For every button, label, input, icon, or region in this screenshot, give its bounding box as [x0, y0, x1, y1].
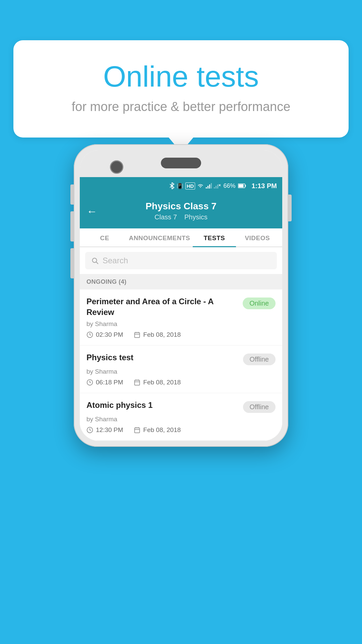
phone-outer-frame: 📳 HD: [74, 144, 288, 447]
bluetooth-icon: [169, 182, 175, 189]
svg-rect-2: [209, 184, 210, 189]
tab-tests[interactable]: TESTS: [193, 228, 236, 247]
side-button-right: [288, 195, 292, 221]
search-icon: [91, 257, 99, 264]
test-item-header: Atomic physics 1 Offline: [86, 400, 276, 413]
test-meta: 06:18 PM Feb 08, 2018: [86, 379, 276, 386]
test-item[interactable]: Physics test Offline by Sharma 06:18 PM: [80, 345, 282, 393]
test-title: Physics test: [86, 352, 239, 363]
test-list: Perimeter and Area of a Circle - A Revie…: [80, 289, 282, 441]
section-ongoing: ONGOING (4): [80, 274, 282, 289]
promo-title: Online tests: [34, 60, 328, 93]
status-badge: Offline: [243, 401, 276, 413]
status-badge: Online: [243, 298, 276, 309]
page-subtitle: Class 7 Physics: [86, 213, 276, 221]
svg-rect-19: [135, 380, 140, 385]
status-bar: 📳 HD: [80, 177, 282, 195]
vibrate-icon: 📳: [177, 183, 183, 189]
status-badge: Offline: [243, 354, 276, 365]
promo-card: Online tests for more practice & better …: [13, 40, 349, 138]
subtitle-class: Class 7: [155, 213, 177, 221]
test-author: by Sharma: [86, 368, 276, 375]
clock-icon: [86, 427, 93, 433]
test-author: by Sharma: [86, 320, 276, 328]
svg-rect-10: [239, 184, 244, 187]
test-item-header: Physics test Offline: [86, 352, 276, 365]
test-meta: 12:30 PM Feb 08, 2018: [86, 426, 276, 434]
side-button-left-3: [70, 248, 74, 278]
phone-top-area: [80, 150, 282, 177]
test-author: by Sharma: [86, 416, 276, 423]
side-button-left-1: [70, 184, 74, 205]
test-time: 12:30 PM: [86, 426, 123, 434]
phone-mockup: 📳 HD: [74, 144, 288, 447]
svg-rect-5: [216, 186, 217, 189]
tab-bar: CE ANNOUNCEMENTS TESTS VIDEOS: [80, 228, 282, 247]
svg-rect-3: [211, 183, 212, 189]
test-item-header: Perimeter and Area of a Circle - A Revie…: [86, 296, 276, 318]
svg-rect-1: [207, 186, 208, 189]
search-placeholder-text: Search: [103, 256, 128, 265]
calendar-icon: [134, 379, 140, 386]
phone-screen: 📳 HD: [80, 150, 282, 441]
subtitle-subject: Physics: [184, 213, 207, 221]
test-title: Atomic physics 1: [86, 400, 239, 411]
clock: 1:13 PM: [251, 182, 277, 190]
calendar-icon: [134, 427, 140, 433]
search-bar: Search: [80, 247, 282, 274]
promo-subtitle: for more practice & better performance: [34, 100, 328, 114]
svg-text:✕: ✕: [218, 183, 221, 187]
test-time: 06:18 PM: [86, 379, 123, 386]
back-button[interactable]: ←: [86, 205, 97, 218]
app-header: ← Physics Class 7 Class 7 Physics: [80, 195, 282, 228]
tab-announcements[interactable]: ANNOUNCEMENTS: [126, 228, 193, 247]
test-date: Feb 08, 2018: [134, 379, 181, 386]
calendar-icon: [134, 331, 140, 338]
svg-rect-4: [214, 187, 215, 189]
test-time: 02:30 PM: [86, 331, 123, 338]
signal-icon: [206, 183, 212, 189]
tab-videos[interactable]: VIDEOS: [236, 228, 279, 247]
page-title: Physics Class 7: [86, 201, 276, 212]
phone-camera: [110, 160, 123, 174]
clock-icon: [86, 379, 93, 386]
battery-icon: [238, 183, 246, 188]
test-title: Perimeter and Area of a Circle - A Revie…: [86, 296, 239, 318]
status-icons: 📳 HD: [169, 182, 221, 190]
clock-icon: [86, 331, 93, 338]
battery-percent: 66%: [223, 182, 235, 190]
test-item[interactable]: Atomic physics 1 Offline by Sharma 12:30…: [80, 393, 282, 441]
svg-rect-14: [135, 333, 140, 338]
search-input-wrap[interactable]: Search: [85, 252, 277, 269]
svg-rect-9: [245, 185, 246, 187]
tab-ce[interactable]: CE: [83, 228, 126, 247]
test-date: Feb 08, 2018: [134, 331, 181, 338]
x-signal-icon: ✕: [214, 183, 221, 189]
svg-rect-0: [206, 187, 207, 189]
test-meta: 02:30 PM Feb 08, 2018: [86, 331, 276, 338]
side-button-left-2: [70, 211, 74, 241]
hd-icon: HD: [185, 182, 195, 190]
phone-speaker: [161, 158, 201, 168]
app-screen: 📳 HD: [80, 177, 282, 441]
svg-rect-24: [135, 428, 140, 433]
svg-line-12: [96, 262, 98, 264]
wifi-icon: [197, 183, 204, 189]
test-date: Feb 08, 2018: [134, 426, 181, 434]
test-item[interactable]: Perimeter and Area of a Circle - A Revie…: [80, 289, 282, 346]
